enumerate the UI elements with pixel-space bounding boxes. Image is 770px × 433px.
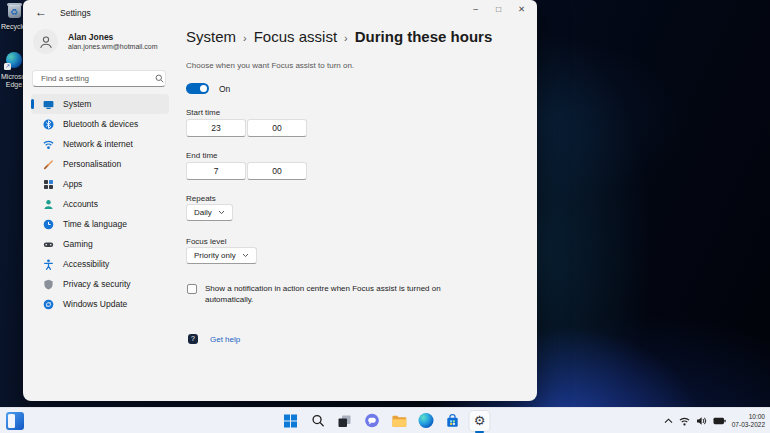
accessibility-icon bbox=[43, 259, 54, 270]
sidebar-item-label: Accessibility bbox=[63, 259, 109, 269]
sidebar-item-time-language[interactable]: Time & language bbox=[31, 214, 169, 234]
shortcut-arrow-icon: ↗ bbox=[4, 63, 11, 70]
settings-button[interactable]: ⚙ bbox=[470, 411, 490, 431]
brush-icon bbox=[43, 159, 54, 170]
sidebar-item-label: Privacy & security bbox=[63, 279, 131, 289]
minimize-button[interactable]: – bbox=[464, 0, 487, 17]
folder-icon bbox=[391, 414, 406, 428]
bluetooth-icon bbox=[43, 119, 54, 130]
toggle-state-label: On bbox=[219, 84, 230, 94]
edge-button[interactable] bbox=[416, 411, 436, 431]
start-hour-input[interactable]: 23 bbox=[186, 119, 246, 137]
apps-grid-icon bbox=[43, 179, 54, 190]
taskbar-center: ⚙ bbox=[281, 408, 490, 433]
sidebar-item-gaming[interactable]: Gaming bbox=[31, 234, 169, 254]
sidebar-item-privacy-security[interactable]: Privacy & security bbox=[31, 274, 169, 294]
chevron-down-icon bbox=[218, 210, 225, 215]
task-view-icon bbox=[338, 414, 352, 428]
start-button[interactable] bbox=[281, 411, 301, 431]
store-bag-icon bbox=[446, 414, 460, 428]
sidebar-item-accounts[interactable]: Accounts bbox=[31, 194, 169, 214]
file-explorer-button[interactable] bbox=[389, 411, 409, 431]
microsoft-store-button[interactable] bbox=[443, 411, 463, 431]
sidebar-item-accessibility[interactable]: Accessibility bbox=[31, 254, 169, 274]
end-time-label: End time bbox=[186, 151, 218, 160]
windows-logo-icon bbox=[284, 414, 298, 428]
update-icon bbox=[43, 299, 54, 310]
breadcrumb-during-these-hours: During these hours bbox=[355, 28, 493, 45]
sidebar-item-label: Windows Update bbox=[63, 299, 127, 309]
sidebar-item-label: Network & internet bbox=[63, 139, 133, 149]
widgets-icon[interactable] bbox=[6, 412, 24, 430]
person-icon bbox=[43, 199, 54, 210]
focus-level-value: Priority only bbox=[194, 251, 236, 260]
system-icon bbox=[43, 99, 54, 110]
sidebar-item-label: Personalisation bbox=[63, 159, 121, 169]
window-title: Settings bbox=[60, 8, 91, 18]
end-minute-input[interactable]: 00 bbox=[247, 162, 307, 180]
sidebar-item-apps[interactable]: Apps bbox=[31, 174, 169, 194]
sidebar-item-windows-update[interactable]: Windows Update bbox=[31, 294, 169, 314]
task-view-button[interactable] bbox=[335, 411, 355, 431]
recycle-bin-icon: ♻ bbox=[7, 2, 22, 18]
clock-icon bbox=[43, 219, 54, 230]
sidebar-item-label: Apps bbox=[63, 179, 82, 189]
repeats-value: Daily bbox=[194, 208, 212, 217]
sidebar-item-label: Bluetooth & devices bbox=[63, 119, 138, 129]
end-hour-input[interactable]: 7 bbox=[186, 162, 246, 180]
notification-checkbox[interactable] bbox=[187, 284, 197, 294]
taskbar: ⚙ 10:00 07-03-2022 bbox=[0, 407, 770, 433]
page-description: Choose when you want Focus assist to tur… bbox=[186, 61, 354, 70]
sidebar-item-label: Time & language bbox=[63, 219, 127, 229]
repeats-label: Repeats bbox=[186, 194, 216, 203]
repeats-dropdown[interactable]: Daily bbox=[186, 204, 233, 221]
edge-icon: ↗ bbox=[6, 52, 22, 68]
settings-window: ← Settings – □ ✕ Alan Jones alan.jones.w… bbox=[23, 0, 537, 401]
chevron-down-icon bbox=[242, 253, 249, 258]
sidebar-item-system[interactable]: System bbox=[31, 94, 169, 114]
tray-volume-icon[interactable] bbox=[696, 416, 707, 426]
notification-checkbox-label: Show a notification in action centre whe… bbox=[205, 283, 487, 305]
breadcrumb: System › Focus assist › During these hou… bbox=[186, 28, 492, 45]
tray-time: 10:00 bbox=[732, 413, 765, 421]
selection-indicator bbox=[31, 99, 34, 109]
chat-button[interactable] bbox=[362, 411, 382, 431]
sidebar-item-label: Gaming bbox=[63, 239, 93, 249]
chevron-right-icon: › bbox=[243, 32, 247, 44]
sidebar: System Bluetooth & devices Network & int… bbox=[31, 94, 169, 314]
profile-name: Alan Jones bbox=[68, 32, 113, 42]
breadcrumb-system[interactable]: System bbox=[186, 28, 236, 45]
focus-assist-toggle[interactable] bbox=[186, 83, 209, 94]
focus-level-dropdown[interactable]: Priority only bbox=[186, 247, 257, 264]
tray-wifi-icon[interactable] bbox=[679, 417, 690, 426]
get-help-link[interactable]: Get help bbox=[210, 335, 240, 344]
avatar[interactable] bbox=[33, 29, 58, 54]
close-button[interactable]: ✕ bbox=[510, 0, 533, 17]
sidebar-item-bluetooth-devices[interactable]: Bluetooth & devices bbox=[31, 114, 169, 134]
sidebar-item-label: Accounts bbox=[63, 199, 98, 209]
active-app-indicator bbox=[475, 431, 484, 433]
get-help-icon: ? bbox=[188, 334, 198, 344]
tray-battery-icon[interactable] bbox=[713, 417, 726, 425]
search-input[interactable] bbox=[33, 74, 155, 83]
focus-level-label: Focus level bbox=[186, 237, 226, 246]
taskbar-search-button[interactable] bbox=[308, 411, 328, 431]
notification-option: Show a notification in action centre whe… bbox=[187, 283, 487, 305]
maximize-button[interactable]: □ bbox=[487, 0, 510, 17]
gamepad-icon bbox=[43, 239, 54, 250]
sidebar-item-personalisation[interactable]: Personalisation bbox=[31, 154, 169, 174]
tray-date: 07-03-2022 bbox=[732, 421, 765, 429]
search-box[interactable] bbox=[32, 70, 166, 87]
back-button[interactable]: ← bbox=[35, 5, 47, 19]
start-time-label: Start time bbox=[186, 108, 220, 117]
breadcrumb-focus-assist[interactable]: Focus assist bbox=[254, 28, 337, 45]
system-tray: 10:00 07-03-2022 bbox=[664, 408, 765, 433]
tray-chevron-up-icon[interactable] bbox=[664, 418, 673, 424]
person-silhouette-icon bbox=[39, 35, 53, 49]
sidebar-item-network-internet[interactable]: Network & internet bbox=[31, 134, 169, 154]
end-time-fields: 7 00 bbox=[186, 162, 307, 180]
clock[interactable]: 10:00 07-03-2022 bbox=[732, 413, 765, 429]
start-minute-input[interactable]: 00 bbox=[247, 119, 307, 137]
wifi-icon bbox=[43, 139, 54, 150]
chat-bubble-icon bbox=[364, 413, 379, 428]
